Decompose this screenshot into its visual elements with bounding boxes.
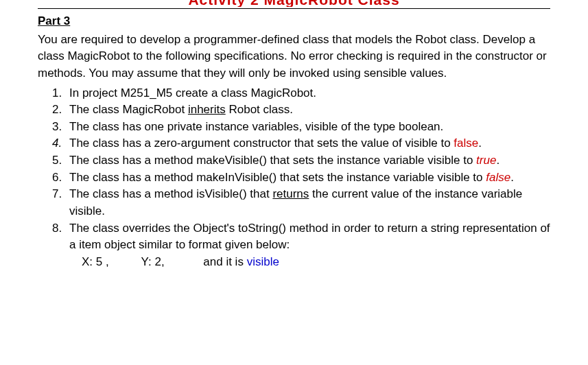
spec-text: The class has a zero-argument constructo…: [69, 137, 454, 150]
spec-item-7: The class has a method isVisible() that …: [65, 186, 550, 220]
spec-item-6: The class has a method makeInVisible() t…: [65, 169, 550, 187]
horizontal-rule: [38, 8, 550, 9]
spec-item-1: In project M251_M5 create a class MagicR…: [65, 85, 550, 102]
example-text: X: 5 , Y: 2, and it is: [82, 255, 247, 268]
spec-text: The class has a method makeVisible() tha…: [69, 154, 476, 167]
specification-list: In project M251_M5 create a class MagicR…: [38, 85, 550, 271]
keyword-true: true: [476, 154, 496, 167]
spec-item-4: The class has a zero-argument constructo…: [65, 135, 550, 152]
spec-text: The class has one private instance varia…: [69, 120, 443, 133]
keyword-visible: visible: [247, 255, 279, 268]
spec-text: The class overrides the Object's toStrin…: [69, 222, 550, 252]
keyword-false: false: [486, 171, 510, 184]
document-page: Activity 2 MagicRobot Class Part 3 You a…: [0, 0, 588, 271]
spec-text: The class MagicRobot: [69, 103, 188, 116]
part-heading: Part 3: [38, 13, 550, 30]
underlined-word: returns: [272, 187, 309, 200]
intro-paragraph: You are required to develop a programmer…: [38, 32, 550, 82]
spec-text: The class has a method makeInVisible() t…: [69, 171, 486, 184]
spec-item-3: The class has one private instance varia…: [65, 119, 550, 136]
spec-text: Robot class.: [226, 103, 293, 116]
spec-text: .: [478, 137, 482, 150]
spec-item-8: The class overrides the Object's toStrin…: [65, 220, 550, 271]
spec-text: .: [496, 154, 499, 167]
tostring-example: X: 5 , Y: 2, and it is visible: [82, 254, 550, 271]
spec-item-2: The class MagicRobot inherits Robot clas…: [65, 102, 550, 119]
spec-text: The class has a method isVisible() that: [69, 187, 272, 200]
activity-title-fragment: Activity 2 MagicRobot Class: [38, 0, 550, 7]
spec-text: In project M251_M5 create a class MagicR…: [69, 86, 316, 99]
underlined-word: inherits: [188, 103, 226, 116]
spec-text: .: [510, 171, 514, 184]
spec-item-5: The class has a method makeVisible() tha…: [65, 152, 550, 169]
keyword-false: false: [454, 137, 478, 150]
